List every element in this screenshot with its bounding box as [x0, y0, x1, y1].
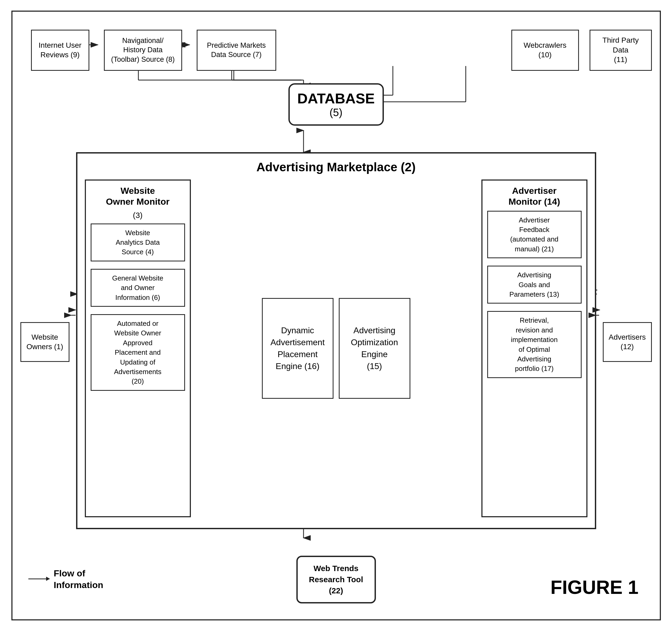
- advertiser-monitor-title: AdvertiserMonitor (14): [487, 185, 582, 207]
- retrieval-revision-box: Retrieval,revision andimplementationof O…: [487, 311, 582, 378]
- website-monitor-title: WebsiteOwner Monitor: [91, 185, 185, 207]
- marketplace-box: Advertising Marketplace (2) WebsiteOwner…: [76, 152, 596, 529]
- figure-label-text: FIGURE 1: [550, 577, 638, 598]
- website-analytics-label: WebsiteAnalytics DataSource (4): [116, 228, 160, 257]
- website-owners-box: Website Owners (1): [20, 322, 69, 362]
- advertising-goals-label: AdvertisingGoals andParameters (13): [509, 270, 559, 299]
- advertiser-feedback-box: AdvertiserFeedback(automated andmanual) …: [487, 211, 582, 258]
- third-party-label: Third Party Data (11): [595, 36, 647, 65]
- third-party-box: Third Party Data (11): [590, 30, 652, 71]
- advertiser-feedback-label: AdvertiserFeedback(automated andmanual) …: [510, 215, 558, 254]
- database-label: DATABASE: [297, 91, 375, 106]
- web-trends-box: Web Trends Research Tool (22): [296, 556, 376, 603]
- dynamic-engine-box: DynamicAdvertisementPlacementEngine (16): [262, 298, 334, 399]
- advertising-engine-label: AdvertisingOptimizationEngine(15): [351, 325, 398, 372]
- legend-arrow: [28, 579, 50, 579]
- webcrawlers-label: Webcrawlers (10): [517, 41, 574, 60]
- legend-arrowhead: [46, 577, 50, 581]
- internet-user-reviews-label: Internet User Reviews (9): [39, 41, 82, 60]
- figure-label: FIGURE 1: [550, 576, 638, 598]
- general-website-box: General Websiteand OwnerInformation (6): [91, 269, 185, 307]
- database-area: DATABASE (5): [288, 83, 384, 126]
- diagram-container: Internet User Reviews (9) Navigational/ …: [11, 10, 661, 621]
- website-owners-label: Website Owners (1): [26, 332, 63, 352]
- predictive-markets-box: Predictive Markets Data Source (7): [197, 30, 276, 71]
- center-engines: DynamicAdvertisementPlacementEngine (16)…: [196, 180, 476, 517]
- marketplace-content: WebsiteOwner Monitor (3) WebsiteAnalytic…: [85, 180, 587, 517]
- predictive-markets-label: Predictive Markets Data Source (7): [207, 41, 266, 60]
- advertiser-monitor: AdvertiserMonitor (14) AdvertiserFeedbac…: [481, 180, 587, 517]
- website-monitor: WebsiteOwner Monitor (3) WebsiteAnalytic…: [85, 180, 191, 517]
- flow-legend: Flow of Information: [28, 567, 103, 593]
- nav-history-box: Navigational/ History Data (Toolbar) Sou…: [104, 30, 182, 71]
- general-website-label: General Websiteand OwnerInformation (6): [112, 273, 163, 302]
- nav-history-label: Navigational/ History Data (Toolbar) Sou…: [111, 36, 175, 64]
- automated-placement-box: Automated orWebsite OwnerApprovedPlaceme…: [91, 314, 185, 391]
- website-analytics-box: WebsiteAnalytics DataSource (4): [91, 224, 185, 261]
- webcrawlers-box: Webcrawlers (10): [511, 30, 579, 71]
- retrieval-revision-label: Retrieval,revision andimplementationof O…: [511, 316, 557, 373]
- internet-user-reviews-box: Internet User Reviews (9): [31, 30, 89, 71]
- website-monitor-number: (3): [91, 211, 185, 220]
- marketplace-title: Advertising Marketplace (2): [85, 160, 587, 174]
- dynamic-engine-label: DynamicAdvertisementPlacementEngine (16): [270, 325, 325, 372]
- top-row: Internet User Reviews (9) Navigational/ …: [20, 17, 652, 73]
- database-box: DATABASE (5): [288, 83, 384, 126]
- advertising-goals-box: AdvertisingGoals andParameters (13): [487, 266, 582, 304]
- web-trends-area: Web Trends Research Tool (22): [296, 556, 376, 603]
- database-number: (5): [330, 107, 342, 118]
- advertisers-box: Advertisers (12): [603, 322, 652, 362]
- automated-placement-label: Automated orWebsite OwnerApprovedPlaceme…: [114, 319, 162, 386]
- advertising-engine-box: AdvertisingOptimizationEngine(15): [339, 298, 410, 399]
- flow-legend-text: Flow of Information: [54, 567, 103, 591]
- advertisers-label: Advertisers (12): [609, 332, 646, 352]
- web-trends-label: Web Trends Research Tool (22): [309, 563, 363, 596]
